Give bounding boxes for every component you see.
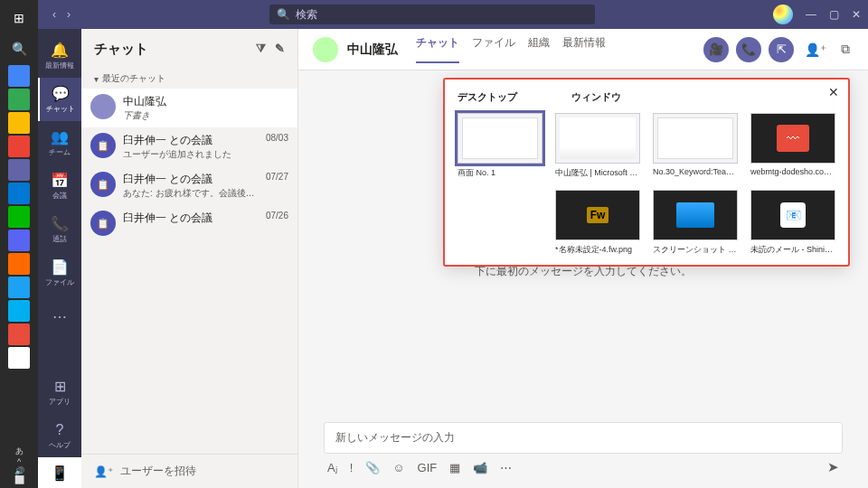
user-avatar[interactable] [773, 5, 793, 24]
device-icon: 📱 [51, 465, 69, 482]
nav-back-icon[interactable]: ‹ [52, 8, 56, 21]
priority-icon[interactable]: ! [350, 461, 354, 474]
search-placeholder: 検索 [296, 7, 317, 23]
chevron-down-icon: ▾ [94, 74, 99, 84]
taskbar-app[interactable] [8, 324, 30, 345]
chat-header: 中山隆弘 チャット ファイル 組織 最新情報 🎥 📞 ⇱ 👤⁺ ⧉ [298, 29, 868, 70]
search-button[interactable]: 🔍 [5, 34, 33, 63]
chat-item[interactable]: 📋 臼井伸一 との会議 07/26 [81, 205, 297, 241]
taskbar-teams[interactable] [8, 347, 30, 369]
compose-icon[interactable]: ✎ [275, 42, 285, 56]
share-tile-window[interactable]: No.30_Keyword:Teams + ... [653, 113, 738, 179]
rail-apps[interactable]: ⊞アプリ [38, 371, 81, 414]
close-button[interactable]: ✕ [852, 8, 861, 21]
search-icon: 🔍 [277, 8, 290, 21]
minimize-button[interactable]: — [806, 8, 816, 21]
invite-icon: 👤⁺ [94, 465, 113, 478]
video-call-button[interactable]: 🎥 [703, 37, 729, 62]
more-compose-icon[interactable]: ⋯ [500, 461, 512, 474]
more-icon: ⋯ [52, 308, 67, 325]
popup-close-button[interactable]: ✕ [828, 85, 839, 99]
compose-toolbar: Aⱼ ! 📎 ☺ GIF ▦ 📹 ⋯ ➤ [324, 459, 843, 475]
calendar-icon: 📅 [51, 172, 69, 189]
compose-area: 新しいメッセージの入力 Aⱼ ! 📎 ☺ GIF ▦ 📹 ⋯ ➤ [298, 413, 868, 488]
format-icon[interactable]: Aⱼ [327, 461, 337, 474]
taskbar-app[interactable] [8, 206, 30, 228]
rail-help[interactable]: ?ヘルプ [38, 414, 81, 457]
taskbar-app[interactable] [8, 112, 30, 134]
share-tile-window[interactable]: 〰 webmtg-dodesho.com - ... [750, 113, 835, 179]
add-person-button[interactable]: 👤⁺ [801, 42, 830, 57]
avatar: 📋 [90, 133, 116, 158]
emoji-icon[interactable]: ☺ [392, 461, 404, 474]
attach-icon[interactable]: 📎 [365, 461, 380, 474]
taskbar-app[interactable] [8, 136, 30, 157]
rail-activity[interactable]: 🔔最新情報 [38, 34, 81, 78]
windows-taskbar: ⊞ 🔍 あ^🔊⬜ [0, 0, 38, 488]
rail-calls[interactable]: 📞通話 [38, 208, 81, 251]
taskbar-app[interactable] [8, 300, 30, 322]
share-tile-window[interactable]: 📧 未読のメール - Shinichi Us... [750, 190, 835, 256]
taskbar-app[interactable] [8, 65, 30, 87]
filter-icon[interactable]: ⧩ [256, 42, 266, 56]
rail-files[interactable]: 📄ファイル [38, 251, 81, 295]
taskbar-app[interactable] [8, 89, 30, 110]
chat-list-header: チャット ⧩ ✎ [81, 29, 297, 69]
sticker-icon[interactable]: ▦ [449, 461, 460, 474]
avatar: 📋 [90, 172, 116, 197]
tab-org[interactable]: 組織 [528, 35, 550, 63]
maximize-button[interactable]: ▢ [829, 8, 839, 21]
gif-icon[interactable]: GIF [418, 461, 438, 474]
meet-icon[interactable]: 📹 [473, 461, 487, 474]
share-tab-desktop[interactable]: デスクトップ [458, 90, 517, 104]
contact-name: 中山隆弘 [347, 42, 398, 58]
titlebar: ‹ › 🔍 検索 — ▢ ✕ [38, 0, 868, 29]
rail-calendar[interactable]: 📅会議 [38, 164, 81, 208]
rail-chat[interactable]: 💬チャット [38, 78, 81, 121]
taskbar-app[interactable] [8, 253, 30, 275]
start-button[interactable]: ⊞ [5, 4, 33, 33]
chat-item[interactable]: 中山隆弘下書き [81, 89, 297, 127]
screen-share-button[interactable]: ⇱ [769, 37, 794, 62]
avatar: 📋 [90, 211, 116, 236]
help-icon: ? [56, 422, 64, 438]
share-tile-window[interactable]: 中山隆弘 | Microsoft Tea... [555, 113, 640, 179]
share-tile-window[interactable]: スクリーンショット (39).png - ... [653, 190, 738, 256]
chat-icon: 💬 [52, 85, 70, 102]
send-button[interactable]: ➤ [827, 459, 839, 475]
chat-list-title: チャット [94, 41, 148, 58]
rail-device[interactable]: 📱 [38, 457, 81, 488]
rail-teams[interactable]: 👥チーム [38, 121, 81, 164]
taskbar-app[interactable] [8, 183, 30, 204]
taskbar-app[interactable] [8, 230, 30, 251]
system-tray[interactable]: あ^🔊⬜ [14, 442, 24, 488]
share-tile-window[interactable]: Fw *名称未設定-4.fw.png [555, 190, 640, 256]
chat-item[interactable]: 📋 臼井伸一 との会議あなた: お疲れ様です。会議後にファイルを共… 07/27 [81, 166, 297, 205]
message-input[interactable]: 新しいメッセージの入力 [324, 422, 843, 454]
contact-avatar[interactable] [313, 37, 338, 62]
share-tile-screen[interactable]: 画面 No. 1 [458, 113, 542, 179]
share-tab-window[interactable]: ウィンドウ [571, 90, 621, 104]
nav-forward-icon[interactable]: › [67, 8, 71, 21]
rail-more[interactable]: ⋯ [38, 295, 81, 338]
chat-item[interactable]: 📋 臼井伸一 との会議ユーザーが追加されました 08/03 [81, 127, 297, 166]
invite-users[interactable]: 👤⁺ ユーザーを招待 [81, 454, 297, 488]
search-box[interactable]: 🔍 検索 [269, 5, 595, 24]
chat-list-panel: チャット ⧩ ✎ ▾最近のチャット 中山隆弘下書き 📋 臼井伸一 との会議ユーザ… [81, 29, 298, 488]
chat-main: 中山隆弘 チャット ファイル 組織 最新情報 🎥 📞 ⇱ 👤⁺ ⧉ 😎 🙂 [298, 29, 868, 488]
tab-chat[interactable]: チャット [416, 35, 459, 63]
bell-icon: 🔔 [51, 42, 69, 59]
screen-share-popup: ✕ デスクトップ ウィンドウ 画面 No. 1 中山隆弘 | Microsoft… [443, 78, 850, 267]
taskbar-app[interactable] [8, 277, 30, 298]
phone-icon: 📞 [51, 215, 69, 232]
tab-files[interactable]: ファイル [472, 35, 515, 63]
apps-icon: ⊞ [54, 378, 66, 395]
audio-call-button[interactable]: 📞 [736, 37, 761, 62]
tab-activity[interactable]: 最新情報 [562, 35, 606, 63]
file-icon: 📄 [51, 258, 69, 276]
app-rail: 🔔最新情報 💬チャット 👥チーム 📅会議 📞通話 📄ファイル ⋯ ⊞アプリ ?ヘ… [38, 29, 81, 488]
chat-section-recent[interactable]: ▾最近のチャット [81, 69, 297, 89]
taskbar-app[interactable] [8, 159, 30, 181]
teams-app: ‹ › 🔍 検索 — ▢ ✕ 🔔最新情報 💬チャット 👥チーム 📅会議 📞通話 … [38, 0, 868, 488]
popout-button[interactable]: ⧉ [837, 42, 854, 57]
